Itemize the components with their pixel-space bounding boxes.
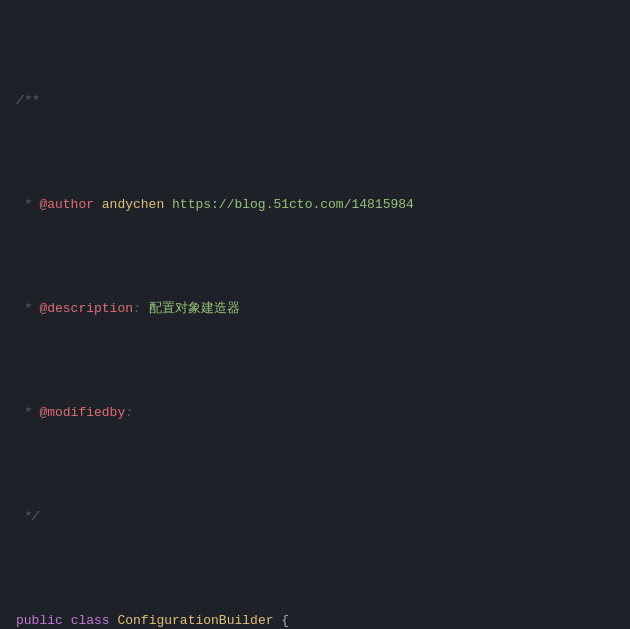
code-line-1: /** <box>12 91 618 112</box>
code-line-5: */ <box>12 507 618 528</box>
code-editor: /** * @author andychen https://blog.51ct… <box>0 0 630 629</box>
code-line-4: * @modifiedby: <box>12 403 618 424</box>
code-line-2: * @author andychen https://blog.51cto.co… <box>12 195 618 216</box>
code-line-6: public class ConfigurationBuilder { <box>12 611 618 629</box>
code-line-3: * @description: 配置对象建造器 <box>12 299 618 320</box>
